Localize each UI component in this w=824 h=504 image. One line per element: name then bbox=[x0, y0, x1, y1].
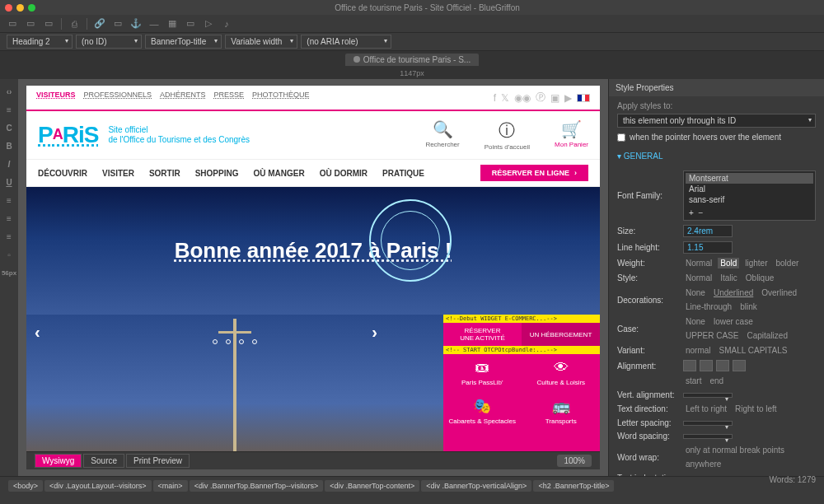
lineheight-input[interactable] bbox=[683, 241, 733, 254]
aria-dropdown[interactable]: (no ARIA role) bbox=[301, 35, 391, 49]
rendered-page: VISITEURS PROFESSIONNELS ADHÉRENTS PRESS… bbox=[26, 86, 600, 451]
maximize-icon[interactable] bbox=[28, 4, 35, 12]
anchor-icon[interactable]: ⚓ bbox=[130, 18, 142, 30]
editor-viewport[interactable]: VISITEURS PROFESSIONNELS ADHÉRENTS PRESS… bbox=[18, 79, 608, 476]
class-dropdown[interactable]: BannerTop-title bbox=[145, 35, 222, 49]
table-icon[interactable]: ▦ bbox=[166, 18, 178, 30]
section-general[interactable]: ▾ GENERAL bbox=[617, 152, 816, 161]
nav-link[interactable]: PRESSE bbox=[214, 91, 245, 105]
align-right-icon[interactable] bbox=[716, 360, 729, 371]
cart-button[interactable]: 🛒Mon Panier bbox=[555, 119, 588, 151]
italic-icon[interactable]: I bbox=[3, 158, 15, 170]
breadcrumb-item[interactable]: <div .BannerTop-verticalAlign> bbox=[421, 480, 531, 492]
nav-item[interactable]: DÉCOUVRIR bbox=[38, 169, 87, 178]
nav-item[interactable]: OÙ DORMIR bbox=[320, 169, 368, 178]
widget-cell[interactable]: 🎟Paris PassLib' bbox=[443, 354, 522, 391]
widget-cell[interactable]: 🚌Transports bbox=[522, 392, 601, 430]
carousel: ‹ › bbox=[26, 315, 443, 451]
element-dropdown[interactable]: Heading 2 bbox=[7, 35, 73, 49]
align-left-icon[interactable] bbox=[683, 360, 696, 371]
minimize-icon[interactable] bbox=[16, 4, 24, 12]
logo[interactable]: PARiS bbox=[38, 122, 98, 148]
nav-link[interactable]: ADHÉRENTS bbox=[160, 91, 206, 105]
breadcrumb-item[interactable]: <div .BannerTop.BannerTop--visitors> bbox=[190, 480, 324, 492]
hr-icon[interactable]: — bbox=[148, 18, 160, 30]
breadcrumb-item[interactable]: <div .BannerTop-content> bbox=[325, 480, 419, 492]
save-icon[interactable]: ▭ bbox=[43, 18, 54, 30]
source-button[interactable]: Source bbox=[83, 454, 124, 468]
word-spacing-input[interactable] bbox=[683, 434, 733, 439]
apply-select[interactable]: this element only through its ID bbox=[617, 114, 816, 128]
valign-select[interactable] bbox=[683, 393, 733, 398]
pinterest-icon[interactable]: Ⓟ bbox=[536, 91, 545, 105]
carousel-dots bbox=[213, 339, 257, 344]
new-icon[interactable]: ▭ bbox=[7, 18, 18, 30]
id-dropdown[interactable]: (no ID) bbox=[76, 35, 142, 49]
facebook-icon[interactable]: f bbox=[494, 92, 496, 104]
widget-cell[interactable]: 🎭Cabarets & Spectacles bbox=[443, 392, 522, 430]
align-center-icon[interactable] bbox=[700, 360, 713, 371]
prev-arrow-icon[interactable]: ‹ bbox=[35, 323, 40, 342]
dot[interactable] bbox=[252, 339, 257, 344]
instagram-icon[interactable]: ▣ bbox=[550, 92, 559, 104]
tripadvisor-icon[interactable]: ◉◉ bbox=[514, 92, 531, 104]
hover-checkbox[interactable]: when the pointer hovers over the element bbox=[617, 133, 816, 142]
width-dropdown[interactable]: Variable width bbox=[225, 35, 297, 49]
nav-item[interactable]: SORTIR bbox=[149, 169, 180, 178]
dot[interactable] bbox=[239, 339, 244, 344]
video-icon[interactable]: ▷ bbox=[203, 18, 214, 30]
tool-icon[interactable]: C bbox=[3, 122, 15, 133]
list-icon[interactable]: ≡ bbox=[3, 194, 15, 206]
tool-icon[interactable]: ‹› bbox=[3, 86, 15, 97]
nav-link[interactable]: PROFESSIONNELS bbox=[84, 91, 152, 105]
search-button[interactable]: 🔍Rechercher bbox=[425, 119, 459, 151]
list-icon[interactable]: ≡ bbox=[3, 231, 15, 242]
nav-item[interactable]: VISITER bbox=[102, 169, 134, 178]
image-icon[interactable]: ▭ bbox=[112, 18, 124, 30]
main-nav: DÉCOUVRIR VISITER SORTIR SHOPPING OÙ MAN… bbox=[26, 159, 600, 187]
dot[interactable] bbox=[213, 339, 218, 344]
tool-icon[interactable]: ≡ bbox=[3, 104, 15, 115]
widget-cell[interactable]: 👁Culture & Loisirs bbox=[522, 354, 601, 391]
zoom-level[interactable]: 100% bbox=[557, 455, 592, 467]
widget-tab-activity[interactable]: RÉSERVER UNE ACTIVITÉ bbox=[443, 323, 522, 346]
close-icon[interactable] bbox=[5, 4, 12, 12]
font-list[interactable]: MontserratArialsans-serif + − bbox=[683, 170, 816, 221]
info-icon: ⓘ bbox=[499, 119, 515, 142]
dot[interactable] bbox=[226, 339, 231, 344]
form-icon[interactable]: ▭ bbox=[185, 18, 196, 30]
breadcrumb-item[interactable]: <body> bbox=[8, 480, 43, 492]
flag-icon[interactable] bbox=[577, 94, 590, 102]
breadcrumb-item[interactable]: <h2 .BannerTop-title> bbox=[533, 480, 614, 492]
tool-icon[interactable]: ▫ bbox=[3, 249, 15, 260]
html-comment: <!--Debut WIDGET E-COMMERC...--> bbox=[443, 315, 600, 323]
reserve-button[interactable]: RÉSERVER EN LIGNE› bbox=[480, 165, 588, 181]
audio-icon[interactable]: ♪ bbox=[221, 18, 232, 30]
list-icon[interactable]: ≡ bbox=[3, 212, 15, 224]
link-icon[interactable]: 🔗 bbox=[94, 18, 105, 30]
size-input[interactable] bbox=[683, 225, 733, 237]
preview-button[interactable]: Print Preview bbox=[126, 454, 190, 468]
underline-icon[interactable]: U bbox=[3, 176, 15, 188]
info-button[interactable]: ⓘPoints d'accueil bbox=[485, 119, 530, 151]
wysiwyg-button[interactable]: Wysiwyg bbox=[35, 454, 82, 468]
nav-item[interactable]: SHOPPING bbox=[195, 169, 239, 178]
nav-link[interactable]: VISITEURS bbox=[36, 91, 76, 105]
nav-item[interactable]: PRATIQUE bbox=[382, 169, 424, 178]
align-justify-icon[interactable] bbox=[733, 360, 746, 371]
indent-input[interactable] bbox=[683, 476, 733, 477]
widget-tab-lodging[interactable]: UN HÉBERGEMENT bbox=[522, 323, 600, 346]
letter-spacing-input[interactable] bbox=[683, 421, 733, 426]
document-tab[interactable]: Office de tourisme Paris - S... bbox=[345, 54, 479, 66]
next-arrow-icon[interactable]: › bbox=[372, 323, 377, 342]
window-title: Office de tourisme Paris - Site Officiel… bbox=[35, 3, 819, 12]
nav-link[interactable]: PHOTOTHÈQUE bbox=[252, 91, 309, 105]
twitter-icon[interactable]: 𝕏 bbox=[501, 92, 509, 104]
bold-icon[interactable]: B bbox=[3, 140, 15, 152]
breadcrumb-item[interactable]: <div .Layout.Layout--visitors> bbox=[44, 480, 152, 492]
youtube-icon[interactable]: ▶ bbox=[564, 92, 572, 104]
nav-item[interactable]: OÙ MANGER bbox=[254, 169, 305, 178]
open-icon[interactable]: ▭ bbox=[25, 18, 36, 30]
breadcrumb-item[interactable]: <main> bbox=[153, 480, 188, 492]
print-icon[interactable]: ⎙ bbox=[68, 18, 80, 30]
